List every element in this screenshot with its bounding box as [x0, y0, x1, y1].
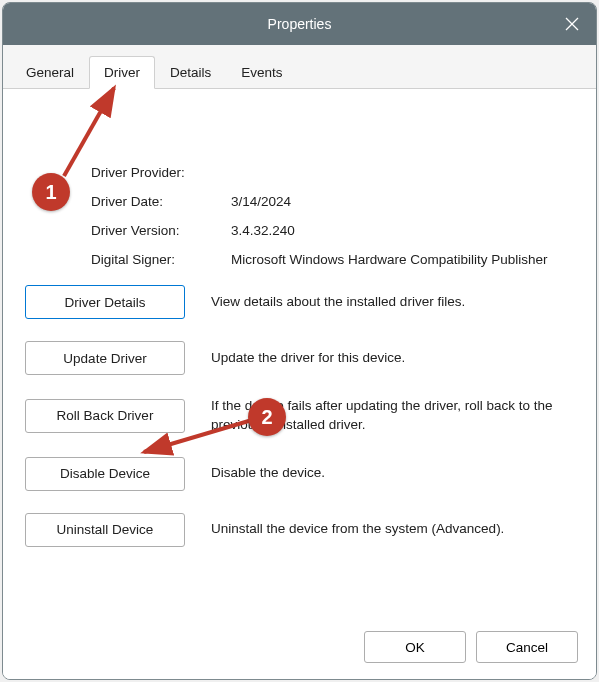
version-label: Driver Version:	[91, 223, 231, 238]
driver-info-section: Driver Provider: Driver Date: 3/14/2024 …	[91, 165, 574, 267]
dialog-footer: OK Cancel	[3, 619, 596, 679]
tab-strip: General Driver Details Events	[3, 45, 596, 89]
action-row-update: Update Driver Update the driver for this…	[25, 341, 574, 375]
driver-actions: Driver Details View details about the in…	[25, 285, 574, 547]
close-icon	[565, 17, 579, 31]
annotation-badge-1: 1	[32, 173, 70, 211]
properties-dialog: Properties General Driver Details Events…	[2, 2, 597, 680]
close-button[interactable]	[548, 3, 596, 45]
titlebar: Properties	[3, 3, 596, 45]
window-title: Properties	[268, 16, 332, 32]
cancel-button[interactable]: Cancel	[476, 631, 578, 663]
rollback-driver-button[interactable]: Roll Back Driver	[25, 399, 185, 433]
version-value: 3.4.32.240	[231, 223, 574, 238]
date-label: Driver Date:	[91, 194, 231, 209]
tab-events[interactable]: Events	[226, 56, 297, 89]
info-row-date: Driver Date: 3/14/2024	[91, 194, 574, 209]
disable-device-button[interactable]: Disable Device	[25, 457, 185, 491]
annotation-badge-2: 2	[248, 398, 286, 436]
info-row-signer: Digital Signer: Microsoft Windows Hardwa…	[91, 252, 574, 267]
provider-label: Driver Provider:	[91, 165, 231, 180]
info-row-version: Driver Version: 3.4.32.240	[91, 223, 574, 238]
driver-details-desc: View details about the installed driver …	[211, 293, 574, 312]
action-row-rollback: Roll Back Driver If the device fails aft…	[25, 397, 574, 435]
uninstall-device-desc: Uninstall the device from the system (Ad…	[211, 520, 574, 539]
signer-label: Digital Signer:	[91, 252, 231, 267]
tab-general[interactable]: General	[11, 56, 89, 89]
uninstall-device-button[interactable]: Uninstall Device	[25, 513, 185, 547]
tab-driver[interactable]: Driver	[89, 56, 155, 89]
action-row-details: Driver Details View details about the in…	[25, 285, 574, 319]
disable-device-desc: Disable the device.	[211, 464, 574, 483]
action-row-uninstall: Uninstall Device Uninstall the device fr…	[25, 513, 574, 547]
driver-details-button[interactable]: Driver Details	[25, 285, 185, 319]
action-row-disable: Disable Device Disable the device.	[25, 457, 574, 491]
update-driver-button[interactable]: Update Driver	[25, 341, 185, 375]
tab-details[interactable]: Details	[155, 56, 226, 89]
tab-content: Driver Provider: Driver Date: 3/14/2024 …	[3, 89, 596, 619]
date-value: 3/14/2024	[231, 194, 574, 209]
update-driver-desc: Update the driver for this device.	[211, 349, 574, 368]
info-row-provider: Driver Provider:	[91, 165, 574, 180]
ok-button[interactable]: OK	[364, 631, 466, 663]
signer-value: Microsoft Windows Hardware Compatibility…	[231, 252, 574, 267]
